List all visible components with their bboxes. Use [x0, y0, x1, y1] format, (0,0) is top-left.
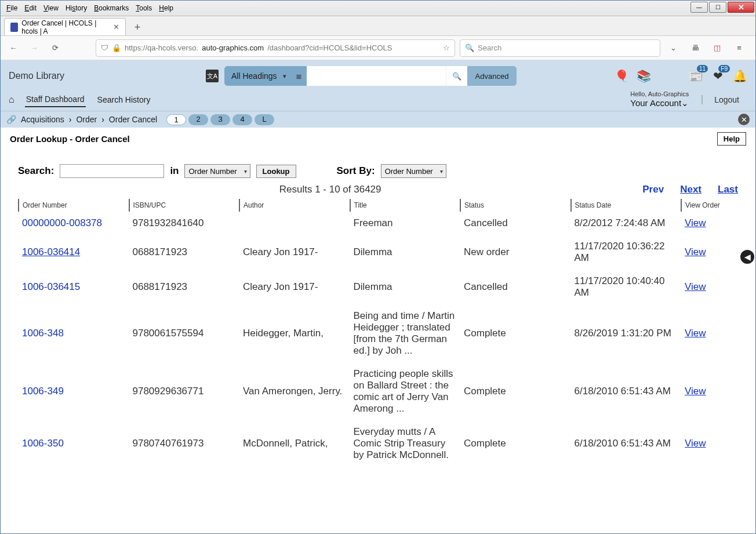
- page-pill-2[interactable]: 2: [188, 114, 208, 125]
- breadcrumb-acquisitions[interactable]: Acquisitions: [21, 115, 64, 124]
- balloon-icon[interactable]: 🎈: [614, 68, 629, 83]
- help-button[interactable]: Help: [717, 132, 746, 146]
- page-pill-1[interactable]: 1: [166, 114, 186, 125]
- new-tab-button[interactable]: +: [129, 19, 146, 35]
- table-row: 1006-3499780929636771Van Amerongen, Jerr…: [19, 362, 738, 420]
- author-cell: Van Amerongen, Jerry.: [239, 362, 350, 420]
- back-button[interactable]: ←: [5, 40, 21, 56]
- pager-next[interactable]: Next: [680, 184, 702, 195]
- menu-edit[interactable]: Edit: [21, 3, 40, 13]
- search-input[interactable]: [60, 164, 164, 178]
- search-icon: 🔍: [465, 43, 474, 52]
- advanced-search-button[interactable]: Advanced: [467, 66, 517, 86]
- bookshelf-icon[interactable]: 📚: [636, 68, 651, 83]
- window-maximize-button[interactable]: ☐: [709, 2, 726, 13]
- headings-dropdown[interactable]: All Headings: [224, 66, 291, 86]
- view-link[interactable]: View: [685, 217, 706, 228]
- reload-button[interactable]: ⟳: [47, 40, 63, 56]
- shield-icon: 🛡: [101, 43, 108, 52]
- order-number-link[interactable]: 1006-349: [19, 362, 129, 420]
- status-cell: Complete: [460, 420, 571, 467]
- breadcrumb-order-cancel: Order Cancel: [109, 115, 157, 124]
- nav-staff-dashboard[interactable]: Staff Dashboard: [25, 92, 86, 107]
- bookmark-star-icon[interactable]: ☆: [443, 43, 450, 52]
- page-pill-last[interactable]: L: [255, 114, 274, 125]
- view-link[interactable]: View: [685, 386, 706, 397]
- menu-history[interactable]: History: [62, 3, 90, 13]
- title-cell: Dilemma: [350, 235, 461, 270]
- bell-icon[interactable]: 🔔: [732, 68, 747, 83]
- orders-table: Order NumberISBN/UPCAuthorTitleStatusSta…: [18, 199, 738, 467]
- extension-icon[interactable]: ◫: [709, 40, 725, 56]
- order-number-link[interactable]: 1006-350: [19, 420, 129, 467]
- col-header: ISBN/UPC: [129, 199, 240, 212]
- pager-last[interactable]: Last: [718, 184, 738, 195]
- table-row: 1006-3489780061575594Heidegger, Martin,B…: [19, 304, 738, 362]
- menu-tools[interactable]: Tools: [132, 3, 155, 13]
- menu-file[interactable]: File: [3, 3, 21, 13]
- view-link[interactable]: View: [685, 246, 706, 257]
- col-header: View Order: [681, 199, 738, 212]
- browser-tab[interactable]: Order Cancel | HCOLS | hcols | A ✕: [4, 18, 126, 35]
- sortby-select[interactable]: Order Number: [381, 164, 446, 178]
- order-number-link[interactable]: 1006-348: [19, 304, 129, 362]
- breadcrumb-order[interactable]: Order: [76, 115, 97, 124]
- status-date-cell: 11/17/2020 10:36:22 AM: [571, 235, 682, 270]
- browser-search-bar[interactable]: 🔍 Search: [460, 39, 660, 57]
- lock-icon: 🔒: [112, 43, 121, 52]
- view-link[interactable]: View: [685, 328, 706, 339]
- home-icon[interactable]: ⌂: [9, 95, 14, 105]
- window-minimize-button[interactable]: —: [690, 2, 708, 13]
- pager-prev[interactable]: Prev: [642, 184, 664, 195]
- isbn-cell: 9780929636771: [129, 362, 240, 420]
- logout-link[interactable]: Logout: [702, 95, 739, 104]
- status-cell: New order: [460, 235, 571, 270]
- expand-panel-icon[interactable]: ◀: [740, 250, 754, 264]
- isbn-cell: 0688171923: [129, 235, 240, 270]
- tab-close-icon[interactable]: ✕: [113, 23, 119, 31]
- breadcrumb-close-icon[interactable]: ✕: [738, 114, 750, 125]
- col-header: Status: [460, 199, 571, 212]
- table-row: 1006-3509780740761973McDonnell, Patrick,…: [19, 420, 738, 467]
- order-number-link[interactable]: 1006-036415: [19, 270, 129, 304]
- page-pill-4[interactable]: 4: [232, 114, 252, 125]
- title-cell: Dilemma: [350, 270, 461, 304]
- status-date-cell: 11/17/2020 10:40:40 AM: [571, 270, 682, 304]
- table-row: 1006-0364140688171923Cleary Jon 1917-Dil…: [19, 235, 738, 270]
- search-field-select[interactable]: Order Number: [184, 164, 250, 178]
- author-cell: [239, 212, 350, 235]
- window-close-button[interactable]: ✕: [728, 2, 754, 13]
- sortby-label: Sort By:: [337, 165, 375, 177]
- menu-help[interactable]: Help: [155, 3, 177, 13]
- forward-button[interactable]: →: [26, 40, 42, 56]
- account-dropdown[interactable]: Hello, Auto-Graphics Your Account⌄: [630, 90, 689, 108]
- menu-view[interactable]: View: [40, 3, 62, 13]
- pocket-icon[interactable]: ⌄: [665, 40, 681, 56]
- nav-search-history[interactable]: Search History: [96, 93, 152, 107]
- link-icon: 🔗: [6, 115, 16, 124]
- view-link[interactable]: View: [685, 438, 706, 449]
- order-number-link[interactable]: 1006-036414: [19, 235, 129, 270]
- tab-title: Order Cancel | HCOLS | hcols | A: [21, 19, 107, 35]
- status-date-cell: 6/18/2010 6:51:43 AM: [571, 362, 682, 420]
- hamburger-menu-icon[interactable]: ≡: [731, 40, 747, 56]
- page-pill-3[interactable]: 3: [210, 114, 230, 125]
- url-bar[interactable]: 🛡 🔒 https://qa-hcols.verso.auto-graphics…: [96, 39, 455, 57]
- table-row: 00000000-0083789781932841640FreemanCance…: [19, 212, 738, 235]
- language-icon[interactable]: 文A: [206, 70, 219, 82]
- page-title: Order Lookup - Order Cancel: [10, 134, 130, 144]
- fav-badge: F9: [718, 65, 730, 72]
- lookup-button[interactable]: Lookup: [256, 165, 296, 178]
- menu-bookmarks[interactable]: Bookmarks: [90, 3, 132, 13]
- database-icon[interactable]: ≣: [291, 66, 307, 86]
- author-cell: McDonnell, Patrick,: [239, 420, 350, 467]
- order-number-link[interactable]: 00000000-008378: [19, 212, 129, 235]
- favorites-icon[interactable]: ❤F9: [710, 68, 725, 83]
- print-icon[interactable]: 🖶: [687, 40, 703, 56]
- news-icon[interactable]: 📰11: [688, 68, 703, 83]
- app-search-input[interactable]: [307, 66, 446, 86]
- app-search-button[interactable]: 🔍: [446, 66, 467, 86]
- url-domain: auto-graphics.com: [202, 43, 264, 52]
- view-link[interactable]: View: [685, 281, 706, 292]
- browser-menu-bar: File Edit View History Bookmarks Tools H…: [1, 1, 690, 16]
